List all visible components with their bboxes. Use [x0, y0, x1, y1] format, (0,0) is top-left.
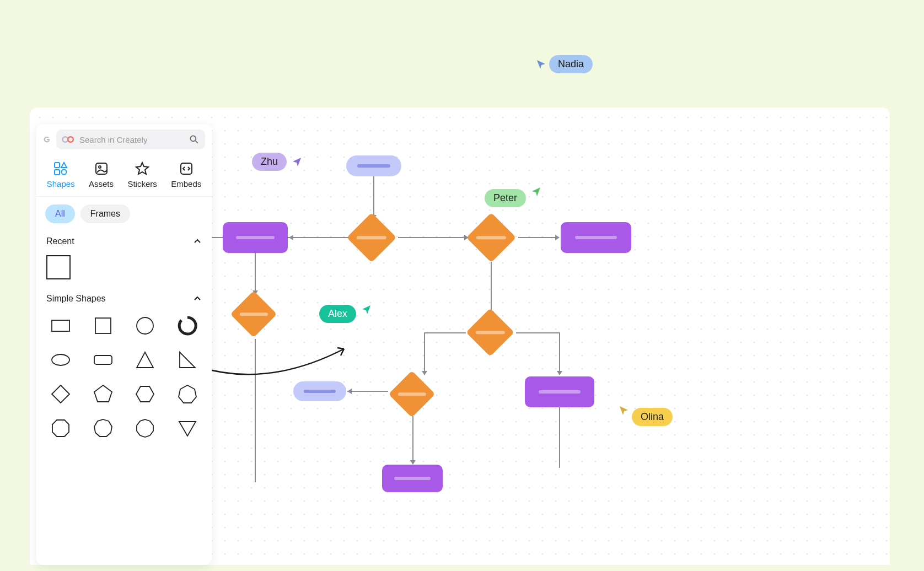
flow-process-shape[interactable] — [223, 222, 288, 253]
svg-point-6 — [62, 170, 67, 175]
svg-point-8 — [99, 166, 101, 168]
arrowhead-icon — [422, 371, 427, 375]
collaborator-cursor-alex: Alex — [319, 305, 372, 323]
recent-shape-square[interactable] — [46, 255, 71, 279]
search-row — [36, 124, 212, 155]
svg-point-2 — [190, 136, 196, 141]
google-icon — [43, 134, 51, 145]
tab-shapes[interactable]: Shapes — [44, 159, 78, 191]
svg-line-3 — [196, 141, 198, 143]
collaborator-label: Zhu — [252, 153, 287, 171]
curved-arrow-icon — [195, 344, 361, 389]
tab-label: Stickers — [127, 179, 157, 188]
shape-diamond[interactable] — [47, 382, 74, 406]
collaborator-cursor-olina: Olina — [619, 408, 673, 426]
shape-hexagon[interactable] — [132, 382, 159, 406]
collaborator-cursor-peter: Peter — [485, 189, 541, 207]
shape-triangle[interactable] — [132, 348, 159, 372]
search-input[interactable] — [79, 135, 184, 144]
svg-point-13 — [52, 354, 69, 365]
flow-arrow — [255, 253, 256, 290]
chevron-up-icon — [193, 237, 202, 246]
shapes-grid — [36, 309, 212, 451]
filter-all[interactable]: All — [45, 204, 75, 223]
tab-embeds[interactable]: Embeds — [168, 159, 205, 191]
collaborator-label: Nadia — [549, 55, 593, 73]
shape-right-triangle[interactable] — [174, 348, 201, 372]
filter-frames[interactable]: Frames — [80, 204, 130, 223]
flow-process-shape[interactable] — [525, 376, 594, 407]
flow-decision-shape[interactable] — [230, 291, 277, 338]
search-icon — [189, 134, 200, 145]
arrowhead-icon — [347, 389, 352, 394]
tab-label: Assets — [89, 179, 114, 188]
collaborator-label: Alex — [319, 305, 356, 323]
shape-triangle-down[interactable] — [174, 416, 201, 440]
shape-nonagon[interactable] — [90, 416, 117, 440]
shape-octagon[interactable] — [47, 416, 74, 440]
flow-arrow — [424, 332, 425, 372]
shape-decagon[interactable] — [132, 416, 159, 440]
code-icon — [179, 161, 194, 176]
flow-arrow — [373, 176, 374, 215]
shape-square[interactable] — [90, 314, 117, 338]
image-icon — [94, 161, 109, 176]
cursor-icon — [361, 304, 372, 315]
flow-arrow — [212, 237, 223, 238]
shapes-icon — [53, 161, 68, 176]
filter-row: All Frames — [36, 197, 212, 231]
svg-point-12 — [137, 317, 153, 334]
flow-terminal-shape[interactable] — [346, 155, 401, 176]
tab-label: Embeds — [171, 179, 201, 188]
shape-pentagon[interactable] — [90, 382, 117, 406]
svg-rect-4 — [55, 163, 60, 168]
flow-arrow — [347, 391, 388, 392]
svg-point-0 — [63, 137, 68, 142]
cursor-icon — [291, 157, 302, 168]
svg-point-1 — [68, 137, 73, 142]
flow-arrow — [491, 262, 492, 311]
shape-circle[interactable] — [132, 314, 159, 338]
shape-rounded-rectangle[interactable] — [90, 348, 117, 372]
section-recent-header[interactable]: Recent — [36, 231, 212, 252]
section-title: Recent — [46, 236, 74, 246]
flow-arrow — [398, 237, 464, 238]
arrowhead-icon — [555, 235, 560, 240]
svg-rect-11 — [95, 318, 111, 333]
tab-label: Shapes — [47, 179, 75, 188]
flow-decision-shape[interactable] — [389, 371, 436, 418]
flow-process-shape[interactable] — [561, 222, 631, 253]
cursor-icon — [619, 405, 630, 416]
shape-heptagon[interactable] — [174, 382, 201, 406]
flow-decision-shape[interactable] — [466, 308, 514, 357]
arrowhead-icon — [464, 235, 469, 240]
shape-ellipse[interactable] — [47, 348, 74, 372]
flow-arrow — [559, 407, 560, 468]
flow-process-shape[interactable] — [382, 465, 443, 492]
collaborator-label: Peter — [485, 189, 526, 207]
star-icon — [135, 161, 149, 176]
flow-arrow — [288, 237, 348, 238]
cursor-icon — [536, 59, 547, 70]
section-title: Simple Shapes — [46, 294, 106, 304]
search-box[interactable] — [56, 130, 205, 149]
shape-arc[interactable] — [174, 314, 201, 338]
flow-decision-shape[interactable] — [347, 213, 397, 263]
flow-decision-shape[interactable] — [466, 213, 517, 263]
flow-arrow — [412, 416, 413, 460]
arrowhead-icon — [289, 235, 293, 240]
svg-rect-5 — [55, 170, 60, 175]
tab-stickers[interactable]: Stickers — [124, 159, 160, 191]
flow-arrow — [516, 332, 560, 333]
flow-arrow — [424, 332, 466, 333]
tab-assets[interactable]: Assets — [85, 159, 117, 191]
shape-rectangle[interactable] — [47, 314, 74, 338]
svg-rect-14 — [94, 355, 112, 364]
flow-arrow — [559, 332, 560, 372]
panel-tabs: Shapes Assets Stickers Embeds — [36, 155, 212, 197]
chevron-up-icon — [193, 294, 202, 303]
cursor-icon — [530, 186, 541, 197]
svg-rect-10 — [52, 320, 69, 331]
arrowhead-icon — [410, 460, 416, 465]
section-simple-header[interactable]: Simple Shapes — [36, 288, 212, 309]
